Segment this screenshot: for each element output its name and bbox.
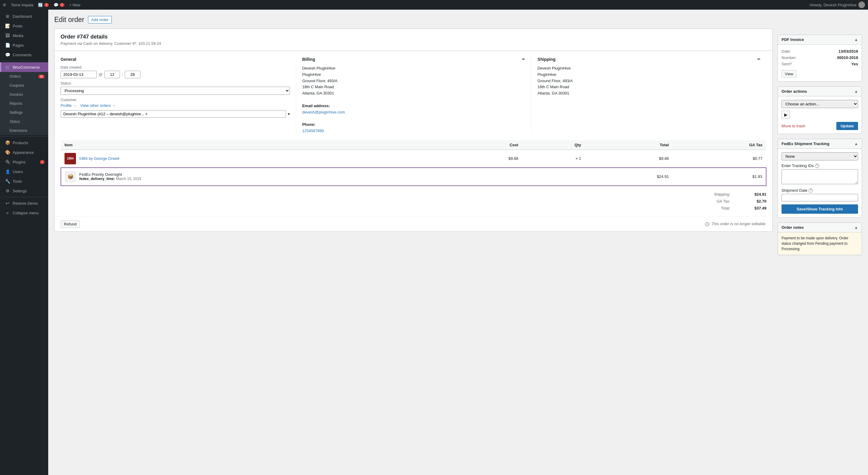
sidebar-item-media[interactable]: 🖼 Media <box>0 31 48 40</box>
comments-item[interactable]: 💬 0 <box>54 3 64 7</box>
updates-item[interactable]: 🔄 9 <box>38 3 49 7</box>
run-action-button[interactable]: ▶ <box>781 110 790 119</box>
sidebar-item-label: Pages <box>13 43 24 47</box>
shipping-section: Shipping ✏ Devesh PluginHive PluginHive … <box>531 57 767 134</box>
tracking-ids-input[interactable] <box>781 169 858 184</box>
order-notes-box: Order notes ▲ Payment to be made upon de… <box>778 223 862 255</box>
order-actions-toggle-icon[interactable]: ▲ <box>854 89 858 94</box>
settings-icon: ⚙ <box>5 189 10 193</box>
sidebar-item-invoices[interactable]: Invoices <box>0 90 48 99</box>
customer-input[interactable] <box>61 110 286 118</box>
move-to-trash-link[interactable]: Move to trash <box>781 124 805 128</box>
sidebar-item-dashboard[interactable]: ⊞ Dashboard <box>0 11 48 21</box>
sidebar-item-reports[interactable]: Reports <box>0 99 48 108</box>
items-table: Item Cost Qty Total GA Tax <box>61 140 767 186</box>
sidebar-item-label: Products <box>13 141 28 145</box>
sidebar-item-label: Settings <box>10 110 23 115</box>
pdf-number-label: Number: <box>781 56 797 60</box>
sidebar-item-posts[interactable]: 📝 Posts <box>0 21 48 31</box>
wp-icon: ⊞ <box>3 3 6 7</box>
date-input[interactable] <box>61 71 97 78</box>
order-actions-title: Order actions <box>781 89 807 94</box>
hour-input[interactable] <box>104 71 120 78</box>
shipping-total: $24.91 <box>585 168 673 186</box>
sidebar-item-orders[interactable]: Orders 98 <box>0 72 48 81</box>
status-select[interactable]: Processing <box>61 87 290 95</box>
fedex-select[interactable]: None <box>781 152 858 161</box>
billing-edit-icon[interactable]: ✏ <box>522 57 525 61</box>
action-btn-row: ▶ <box>781 110 858 119</box>
appearance-icon: 🎨 <box>5 150 10 155</box>
phone-link[interactable]: 1234567890 <box>302 129 324 133</box>
minute-input[interactable] <box>125 71 141 78</box>
pdf-toggle-icon[interactable]: ▲ <box>854 37 858 42</box>
pdf-date-label: Date: <box>781 49 791 54</box>
sidebar-item-appearance[interactable]: 🎨 Appearance <box>0 147 48 157</box>
tax-total-row: GA Tax: $2.70 <box>61 198 767 205</box>
sidebar-item-plugins[interactable]: 🔌 Plugins 2 <box>0 157 48 167</box>
tax-value: $2.70 <box>742 199 767 203</box>
page-title: Edit order <box>54 15 84 24</box>
comments-count: 0 <box>60 3 64 7</box>
fedex-toggle-icon[interactable]: ▲ <box>854 141 858 146</box>
plugins-badge: 2 <box>40 160 44 164</box>
sidebar-item-label: Appearance <box>13 150 34 155</box>
sidebar-item-comments[interactable]: 💬 Comments <box>0 50 48 60</box>
new-item[interactable]: + New <box>69 3 81 7</box>
sidebar-item-restore-demo[interactable]: ↩ Restore Demo <box>0 198 48 208</box>
order-number: Order #747 details <box>61 34 767 40</box>
tracking-help-icon[interactable]: ? <box>815 164 819 168</box>
sidebar-item-label: Plugins <box>13 160 26 164</box>
sidebar-item-wc-settings[interactable]: Settings <box>0 108 48 117</box>
shipping-edit-icon[interactable]: ✏ <box>757 57 761 61</box>
site-name[interactable]: Tame Impala <box>11 3 33 7</box>
wp-logo[interactable]: ⊞ <box>3 3 6 7</box>
order-actions-header: Order actions ▲ <box>778 87 862 96</box>
order-notes-toggle-icon[interactable]: ▲ <box>854 225 858 230</box>
sidebar-item-collapse[interactable]: « Collapse menu <box>0 208 48 217</box>
sidebar-item-woocommerce[interactable]: 🛒 WooCommerce <box>0 62 48 72</box>
not-editable-message: ⓘ This order is no longer editable. <box>705 222 767 226</box>
shipping-name: FedEx Priority Overnight <box>79 172 141 177</box>
sidebar-item-coupons[interactable]: Coupons <box>0 81 48 90</box>
shipping-total-row: Shipping: $24.91 <box>61 191 767 198</box>
refund-button[interactable]: Refund <box>61 220 80 228</box>
sidebar-item-label: Media <box>13 33 23 38</box>
status-row: Status: Processing <box>61 81 290 95</box>
table-row: 1984 1984 by George Orwell $9.88 × 1 $9.… <box>61 149 766 168</box>
sidebar-item-status[interactable]: Status <box>0 117 48 126</box>
update-button[interactable]: Update <box>836 122 858 130</box>
sidebar-item-settings[interactable]: ⚙ Settings <box>0 186 48 196</box>
add-order-button[interactable]: Add order <box>88 16 112 24</box>
general-section: General Date created: @ : <box>61 57 296 134</box>
order-actions-box: Order actions ▲ Choose an action... ▶ Mo… <box>778 87 862 134</box>
billing-title: Billing ✏ <box>302 57 525 62</box>
sidebar-item-pages[interactable]: 📄 Pages <box>0 40 48 50</box>
shipment-date-input[interactable] <box>781 194 858 201</box>
sidebar-item-label: Orders <box>10 74 21 78</box>
at-sign: @ <box>98 72 102 77</box>
sidebar-item-label: Tools <box>13 179 22 183</box>
sidebar-item-products[interactable]: 📦 Products <box>0 138 48 147</box>
col-qty: Qty <box>522 140 585 150</box>
pdf-view-button[interactable]: View <box>781 70 797 78</box>
shipment-date-help-icon[interactable]: ? <box>809 189 813 193</box>
item-name-link[interactable]: 1984 by George Orwell <box>79 156 119 161</box>
pdf-invoice-title: PDF Invoice <box>781 37 804 42</box>
sidebar-item-label: Dashboard <box>13 14 32 19</box>
item-qty: × 1 <box>522 149 585 168</box>
view-other-orders-link[interactable]: View other orders → <box>80 103 116 108</box>
time-separator: : <box>122 72 123 77</box>
profile-link[interactable]: Profile → <box>61 103 76 108</box>
tax-label: GA Tax: <box>700 199 730 203</box>
order-actions-body: Choose an action... ▶ Move to trash Upda… <box>778 96 862 134</box>
email-link[interactable]: devesh@pluginhive.com <box>302 110 345 114</box>
pdf-date-row: Date: 13/03/2019 <box>781 48 858 55</box>
order-action-select[interactable]: Choose an action... <box>781 100 858 108</box>
info-icon: ⓘ <box>705 222 709 226</box>
sidebar-item-tools[interactable]: 🔧 Tools <box>0 176 48 186</box>
save-tracking-button[interactable]: Save/Show Tracking Info <box>781 204 858 214</box>
sidebar-item-users[interactable]: 👤 Users <box>0 167 48 176</box>
plugins-icon: 🔌 <box>5 160 10 164</box>
sidebar-item-extensions[interactable]: Extensions <box>0 126 48 135</box>
